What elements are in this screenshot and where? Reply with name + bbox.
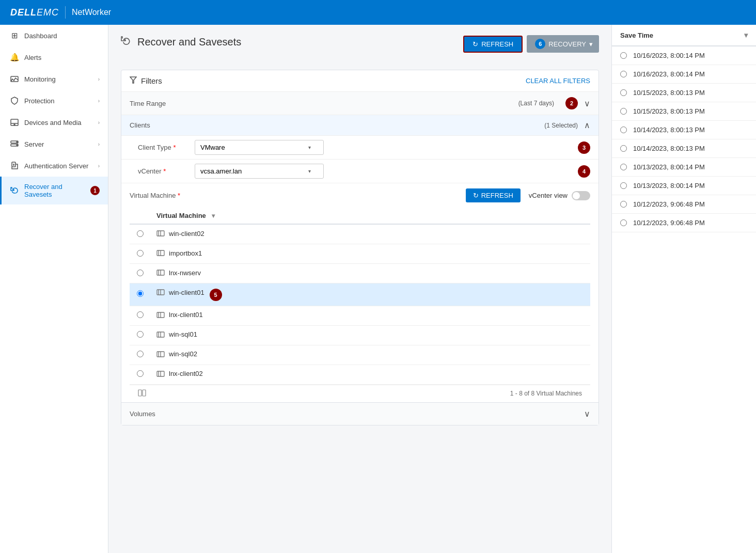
vm-radio-lnx-nwserv[interactable] [137,270,144,276]
dell-logo: DELLEMC [10,7,59,18]
vm-icon: win-sql02 [156,350,197,358]
save-time-item[interactable]: 10/15/2023, 8:00:13 PM [612,102,756,121]
vcenter-step-badge: 4 [578,165,590,178]
save-time-value: 10/12/2023, 9:06:48 PM [633,200,705,208]
right-panel: Save Time ▾ 10/16/2023, 8:00:14 PM10/16/… [611,25,756,553]
client-type-select-wrapper: VMware Physical NAS ▾ [195,140,573,155]
save-time-item[interactable]: 10/12/2023, 9:06:48 PM [612,214,756,232]
save-time-filter-icon[interactable]: ▾ [744,31,748,39]
svg-marker-11 [130,77,136,83]
save-time-item[interactable]: 10/12/2023, 9:06:48 PM [612,195,756,214]
alerts-icon: 🔔 [10,53,19,62]
sidebar-item-auth-server[interactable]: Authentication Server › [0,155,108,177]
sidebar-item-monitoring[interactable]: Monitoring › [0,68,108,90]
sidebar-item-alerts[interactable]: 🔔 Alerts [0,46,108,68]
save-time-radio-st9[interactable] [620,201,627,208]
vcenter-row: vCenter * vcsa.amer.lan ▾ 4 [121,160,598,183]
save-time-item[interactable]: 10/15/2023, 8:00:13 PM [612,84,756,102]
save-time-item[interactable]: 10/13/2023, 8:00:14 PM [612,177,756,195]
save-time-value: 10/15/2023, 8:00:13 PM [633,107,705,115]
pagination-info: 1 - 8 of 8 Virtual Machines [510,390,582,397]
protection-icon [10,96,19,105]
table-row[interactable]: lnx-client01 [130,306,590,325]
vm-refresh-button[interactable]: ↻ REFRESH [466,188,521,202]
vm-name-cell: lnx-nwserv [150,264,590,283]
vm-name-cell: win-client02 [150,224,590,244]
vm-field-label: Virtual Machine * [130,192,180,199]
sidebar-item-server[interactable]: Server › [0,133,108,155]
save-time-radio-st3[interactable] [620,89,627,96]
table-row[interactable]: win-client015 [130,283,590,306]
vm-name-label: win-client01 [169,289,204,296]
vm-radio-importbox1[interactable] [137,250,144,257]
table-row[interactable]: win-sql01 [130,325,590,345]
clients-label: Clients [130,121,202,129]
volumes-filter-row[interactable]: Volumes ∨ [121,402,598,425]
time-range-expand-icon[interactable]: ∨ [584,99,590,108]
sidebar-label-protection: Protection [24,97,93,105]
monitoring-icon [10,74,19,84]
vcenter-select[interactable]: vcsa.amer.lan [195,164,324,179]
vm-name-label: win-sql01 [169,330,197,338]
vm-radio-win-client01[interactable] [137,290,144,297]
table-row[interactable]: win-sql02 [130,345,590,365]
save-time-radio-st6[interactable] [620,145,627,152]
table-row[interactable]: lnx-client02 [130,365,590,384]
sidebar-item-dashboard[interactable]: ⊞ Dashboard [0,25,108,46]
vm-row-radio-cell [130,306,150,325]
recovery-button[interactable]: 6 RECOVERY ▾ [527,35,599,53]
save-time-radio-st2[interactable] [620,71,627,77]
save-time-item[interactable]: 10/14/2023, 8:00:13 PM [612,121,756,139]
svg-point-3 [14,124,15,125]
vm-radio-win-sql02[interactable] [137,351,144,357]
vm-radio-lnx-client02[interactable] [137,370,144,377]
table-columns-icon[interactable] [138,389,146,398]
chevron-down-icon: ▾ [589,40,593,48]
client-type-row: Client Type * VMware Physical NAS ▾ 3 [121,136,598,160]
vm-name-cell: importbox1 [150,244,590,264]
save-time-radio-st4[interactable] [620,108,627,115]
refresh-button[interactable]: ↻ REFRESH [463,36,523,53]
recover-badge: 1 [90,186,100,195]
save-time-item[interactable]: 10/13/2023, 8:00:14 PM [612,158,756,177]
clients-collapse-icon[interactable]: ∧ [584,120,590,130]
save-time-radio-st5[interactable] [620,127,627,133]
chevron-right-icon: › [98,163,100,169]
save-time-radio-st7[interactable] [620,164,627,170]
clients-filter-row[interactable]: Clients (1 Selected) ∧ [121,115,598,136]
filters-actions: CLEAR ALL FILTERS [526,77,590,85]
save-time-radio-st8[interactable] [620,182,627,189]
topbar-logo: DELLEMC [10,7,59,18]
save-time-item[interactable]: 10/14/2023, 8:00:13 PM [612,139,756,158]
vm-icon: win-sql01 [156,330,197,339]
save-time-item[interactable]: 10/16/2023, 8:00:14 PM [612,46,756,65]
client-type-select[interactable]: VMware Physical NAS [195,140,324,155]
sidebar-item-devices[interactable]: Devices and Media › [0,112,108,133]
sidebar-label-auth: Authentication Server [24,162,93,170]
time-range-filter-row[interactable]: Time Range (Last 7 days) 2 ∨ [121,92,598,115]
volumes-expand-icon: ∨ [584,409,590,419]
dashboard-icon: ⊞ [10,31,19,40]
vm-icon: lnx-client02 [156,370,203,378]
sidebar-item-recover[interactable]: Recover and Savesets 1 [0,177,108,204]
filters-header: Filters CLEAR ALL FILTERS [121,70,598,92]
clear-all-filters-button[interactable]: CLEAR ALL FILTERS [526,77,590,85]
vcenter-view-toggle-switch[interactable] [572,191,590,200]
sidebar-item-protection[interactable]: Protection › [0,90,108,112]
table-row[interactable]: win-client02 [130,224,590,244]
save-time-list: 10/16/2023, 8:00:14 PM10/16/2023, 8:00:1… [612,46,756,553]
vm-radio-win-sql01[interactable] [137,331,144,338]
chevron-right-icon: › [98,141,100,147]
save-time-item[interactable]: 10/16/2023, 8:00:14 PM [612,65,756,84]
save-time-radio-st1[interactable] [620,52,627,59]
table-row[interactable]: importbox1 [130,244,590,264]
vm-table-filter-icon[interactable]: ▾ [212,212,215,219]
sidebar: ⊞ Dashboard 🔔 Alerts Monitoring › Protec… [0,25,108,553]
table-row[interactable]: lnx-nwserv [130,264,590,283]
sidebar-label-devices: Devices and Media [24,119,93,127]
recovery-count-badge: 6 [535,39,545,49]
save-time-radio-st10[interactable] [620,219,627,226]
sidebar-label-server: Server [24,140,93,148]
vm-radio-lnx-client01[interactable] [137,311,144,318]
vm-radio-win-client02[interactable] [137,230,144,237]
